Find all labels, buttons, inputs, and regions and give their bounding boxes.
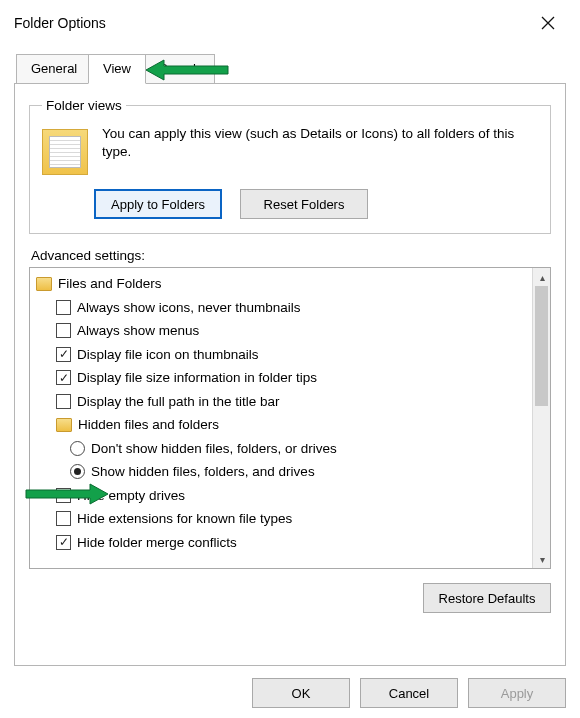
list-item-label: Files and Folders [58, 276, 162, 291]
reset-folders-button[interactable]: Reset Folders [240, 189, 368, 219]
folder-views-group: Folder views You can apply this view (su… [29, 98, 551, 234]
list-item-label: Hidden files and folders [78, 417, 219, 432]
scroll-down-icon[interactable]: ▾ [533, 550, 551, 568]
list-item[interactable]: ✓Hide folder merge conflicts [36, 531, 528, 555]
window-title: Folder Options [14, 15, 106, 31]
tab-search[interactable]: Search [144, 54, 215, 84]
list-item-label: Hide empty drives [77, 488, 185, 503]
checkbox[interactable]: ✓ [56, 370, 71, 385]
list-item-label: Display file size information in folder … [77, 370, 317, 385]
tab-general[interactable]: General [16, 54, 92, 84]
restore-defaults-button[interactable]: Restore Defaults [423, 583, 551, 613]
checkbox[interactable]: ✓ [56, 535, 71, 550]
list-item-label: Display the full path in the title bar [77, 394, 280, 409]
list-item-label: Always show icons, never thumbnails [77, 300, 301, 315]
folder-icon [56, 418, 72, 432]
close-icon [541, 16, 555, 30]
checkbox[interactable] [56, 323, 71, 338]
list-item[interactable]: ✓Hide empty drives [36, 484, 528, 508]
tab-strip: General View Search [14, 52, 566, 84]
titlebar: Folder Options [0, 0, 580, 40]
ok-button[interactable]: OK [252, 678, 350, 708]
tab-body-view: Folder views You can apply this view (su… [14, 84, 566, 666]
checkbox[interactable]: ✓ [56, 347, 71, 362]
scroll-thumb[interactable] [535, 286, 548, 406]
close-button[interactable] [528, 8, 568, 38]
folder-icon [36, 277, 52, 291]
list-item-label: Display file icon on thumbnails [77, 347, 259, 362]
checkbox[interactable] [56, 394, 71, 409]
list-item[interactable]: Don't show hidden files, folders, or dri… [36, 437, 528, 461]
dialog-button-row: OK Cancel Apply [252, 678, 566, 708]
list-item[interactable]: Hide extensions for known file types [36, 507, 528, 531]
advanced-settings-list[interactable]: Files and FoldersAlways show icons, neve… [29, 267, 551, 569]
apply-button[interactable]: Apply [468, 678, 566, 708]
tab-view[interactable]: View [88, 54, 146, 84]
checkbox[interactable] [56, 511, 71, 526]
checkbox[interactable] [56, 300, 71, 315]
checkbox[interactable]: ✓ [56, 488, 71, 503]
apply-to-folders-button[interactable]: Apply to Folders [94, 189, 222, 219]
folder-views-legend: Folder views [42, 98, 126, 113]
list-item: Hidden files and folders [36, 413, 528, 437]
advanced-settings-label: Advanced settings: [31, 248, 551, 263]
list-item[interactable]: Display the full path in the title bar [36, 390, 528, 414]
list-item[interactable]: Always show menus [36, 319, 528, 343]
folder-views-description: You can apply this view (such as Details… [102, 125, 538, 161]
list-item[interactable]: ✓Display file size information in folder… [36, 366, 528, 390]
scroll-up-icon[interactable]: ▴ [533, 268, 551, 286]
scrollbar[interactable]: ▴ ▾ [532, 268, 550, 568]
list-item-label: Always show menus [77, 323, 199, 338]
list-item-label: Don't show hidden files, folders, or dri… [91, 441, 337, 456]
cancel-button[interactable]: Cancel [360, 678, 458, 708]
list-item-label: Hide extensions for known file types [77, 511, 292, 526]
folder-views-icon [42, 129, 88, 175]
radio[interactable] [70, 441, 85, 456]
list-item[interactable]: ✓Display file icon on thumbnails [36, 343, 528, 367]
list-item-label: Show hidden files, folders, and drives [91, 464, 315, 479]
list-item: Files and Folders [36, 272, 528, 296]
radio[interactable] [70, 464, 85, 479]
list-item-label: Hide folder merge conflicts [77, 535, 237, 550]
list-item[interactable]: Show hidden files, folders, and drives [36, 460, 528, 484]
list-item[interactable]: Always show icons, never thumbnails [36, 296, 528, 320]
